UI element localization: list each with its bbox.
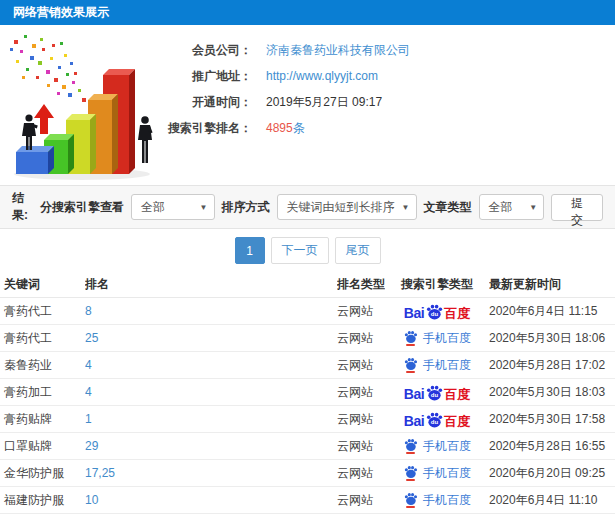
mobile-baidu-label: 手机百度: [423, 330, 471, 347]
up-arrow: [34, 104, 54, 134]
rank-link[interactable]: 8: [85, 304, 92, 318]
article-type-selected: 全部: [489, 199, 513, 216]
result-label: 结果:: [12, 190, 40, 224]
sort-select[interactable]: 关键词由短到长排序 ▼: [277, 194, 417, 220]
promo-url-link[interactable]: http://www.qlyyjt.com: [266, 69, 378, 83]
baidu-paw-icon: du: [425, 303, 443, 320]
businessman-left: [22, 114, 38, 150]
keyword-cell: 膏药加工: [0, 384, 85, 401]
table-row: 秦鲁药业 4 云网站: [0, 352, 615, 379]
baidu-du-text: du: [431, 311, 439, 317]
rank-type-cell: 云网站: [337, 303, 385, 320]
page-button-last[interactable]: 尾页: [335, 237, 381, 264]
baidu-mobile-logo: 手机百度: [403, 438, 471, 455]
page-button-next[interactable]: 下一页: [271, 237, 329, 264]
rank-type-cell: 云网站: [337, 438, 385, 455]
company-name-link[interactable]: 济南秦鲁药业科技有限公司: [266, 42, 410, 59]
header-engine-type: 搜索引擎类型: [385, 276, 489, 293]
baidu-mobile-paw-icon: [403, 357, 418, 373]
bar-chart-illustration: [2, 30, 172, 182]
page-button-current[interactable]: 1: [235, 237, 265, 264]
baidu-mobile-logo: 手机百度: [403, 465, 471, 482]
baidu-bai-text: Bai: [404, 306, 424, 320]
keyword-ranking-table: 关键词 排名 排名类型 搜索引擎类型 最新更新时间 膏药代工 8 云网站 Bai…: [0, 272, 615, 520]
open-time-label: 开通时间：: [160, 94, 252, 111]
baidu-pc-logo: Bai du 百度: [404, 384, 470, 401]
engine-cell: 手机百度: [385, 357, 489, 374]
submit-button[interactable]: 提交: [551, 194, 603, 221]
engine-view-select[interactable]: 全部 ▼: [131, 194, 215, 220]
baidu-mobile-paw-icon: [403, 465, 418, 481]
chevron-down-icon: ▼: [529, 203, 537, 212]
rank-link[interactable]: 29: [85, 439, 98, 453]
keyword-cell: 金华防护服: [0, 465, 85, 482]
header-keyword: 关键词: [0, 276, 85, 293]
baidu-mobile-paw-icon: [403, 492, 418, 508]
rank-link[interactable]: 4: [85, 385, 92, 399]
keyword-cell: 秦鲁药业: [0, 357, 85, 374]
mobile-baidu-label: 手机百度: [423, 465, 471, 482]
header-rank-type: 排名类型: [337, 276, 385, 293]
header-update-time: 最新更新时间: [489, 276, 615, 293]
table-row: Bai du 百度: [0, 514, 615, 520]
rank-link[interactable]: 4: [85, 358, 92, 372]
table-row: 膏药贴牌 1 云网站 Bai du 百度: [0, 406, 615, 433]
baidu-mobile-logo: 手机百度: [403, 330, 471, 347]
baidu-pc-logo: Bai du 百度: [404, 411, 470, 428]
chevron-down-icon: ▼: [200, 203, 208, 212]
update-time-cell: 2020年6月4日 11:10: [489, 492, 615, 509]
table-row: 口罩贴牌 29 云网站: [0, 433, 615, 460]
info-row-open-time: 开通时间： 2019年5月27日 09:17: [160, 89, 600, 115]
mobile-baidu-label: 手机百度: [423, 357, 471, 374]
company-label: 会员公司：: [160, 42, 252, 59]
update-time-cell: 2020年5月30日 18:03: [489, 384, 615, 401]
engine-cell: Bai du 百度: [385, 303, 489, 320]
engine-view-selected: 全部: [141, 199, 165, 216]
ranking-count-label: 搜索引擎排名：: [160, 120, 252, 137]
info-row-ranking-count: 搜索引擎排名： 4895条: [160, 115, 600, 141]
open-time-value: 2019年5月27日 09:17: [266, 94, 382, 111]
pagination: 1 下一页 尾页: [0, 229, 615, 272]
ranking-count-suffix: 条: [293, 121, 305, 135]
bar-blue: [16, 146, 54, 174]
mobile-baidu-label: 手机百度: [423, 438, 471, 455]
rank-link[interactable]: 1: [85, 412, 92, 426]
baidu-paw-icon: du: [425, 411, 443, 428]
baidu-pc-logo: Bai du 百度: [404, 303, 470, 320]
update-time-cell: 2020年6月4日 11:15: [489, 303, 615, 320]
keyword-cell: 口罩贴牌: [0, 438, 85, 455]
rank-type-cell: 云网站: [337, 357, 385, 374]
rank-type-cell: 云网站: [337, 330, 385, 347]
rank-link[interactable]: 25: [85, 331, 98, 345]
baidu-du-text: du: [431, 392, 439, 398]
article-type-select[interactable]: 全部 ▼: [479, 194, 545, 220]
table-row: 膏药加工 4 云网站 Bai du 百度: [0, 379, 615, 406]
paw-underline: [406, 344, 415, 346]
rank-link[interactable]: 17,25: [85, 466, 115, 480]
update-time-cell: 2020年5月28日 16:55: [489, 438, 615, 455]
rank-type-cell: 云网站: [337, 492, 385, 509]
baidu-mobile-logo: 手机百度: [403, 492, 471, 509]
update-time-cell: 2020年5月30日 18:06: [489, 330, 615, 347]
engine-cell: 手机百度: [385, 438, 489, 455]
keyword-cell: 膏药代工: [0, 330, 85, 347]
paw-underline: [406, 479, 415, 481]
paw-underline: [406, 506, 415, 508]
table-header-row: 关键词 排名 排名类型 搜索引擎类型 最新更新时间: [0, 272, 615, 298]
ranking-count-value: 4895条: [266, 120, 305, 137]
baidu-cn-text: 百度: [444, 415, 470, 428]
businessman-right: [138, 116, 153, 163]
table-row: 福建防护服 10 云网站: [0, 487, 615, 514]
promo-url-label: 推广地址：: [160, 68, 252, 85]
table-row: 膏药代工 8 云网站 Bai du 百度: [0, 298, 615, 325]
rank-type-cell: 云网站: [337, 465, 385, 482]
update-time-cell: 2020年5月30日 17:58: [489, 411, 615, 428]
filter-bar: 结果: 分搜索引擎查看 全部 ▼ 排序方式 关键词由短到长排序 ▼ 文章类型 全…: [0, 185, 615, 229]
rank-link[interactable]: 10: [85, 493, 98, 507]
update-time-cell: 2020年6月20日 09:25: [489, 465, 615, 482]
update-time-cell: 2020年5月28日 17:02: [489, 357, 615, 374]
engine-cell: Bai du 百度: [385, 384, 489, 401]
company-info-list: 会员公司： 济南秦鲁药业科技有限公司 推广地址： http://www.qlyy…: [160, 37, 600, 141]
engine-cell: Bai du 百度: [385, 411, 489, 428]
info-row-url: 推广地址： http://www.qlyyjt.com: [160, 63, 600, 89]
